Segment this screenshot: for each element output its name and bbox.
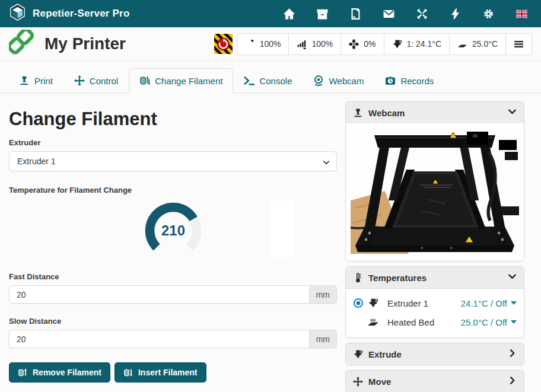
bed-temp-value: 25.0°C xyxy=(472,39,498,49)
move-panel-header[interactable]: Move xyxy=(346,371,524,392)
speed-value: 100% xyxy=(260,39,281,49)
chevron-right-icon xyxy=(508,349,517,359)
insert-filament-button[interactable]: Insert Filament xyxy=(114,362,206,383)
language-flag-icon[interactable] xyxy=(515,7,528,20)
section-heading: Change Filament xyxy=(9,109,337,130)
tab-label: Console xyxy=(259,76,292,86)
flow-icon xyxy=(297,39,307,49)
extrude-panel: Extrude xyxy=(345,343,524,365)
speed-runner-icon xyxy=(245,39,255,49)
button-label: Insert Filament xyxy=(138,368,198,377)
fullscreen-icon[interactable] xyxy=(415,7,428,20)
repetier-logo-icon xyxy=(9,4,26,24)
tab-label: Print xyxy=(34,76,53,86)
printer-menu-button[interactable] xyxy=(505,33,532,55)
tab-print[interactable]: Print xyxy=(8,68,63,93)
temperature-value-input[interactable] xyxy=(270,200,293,257)
tab-webcam[interactable]: Webcam xyxy=(303,68,374,93)
graph-select-radio-icon[interactable] xyxy=(353,298,364,308)
extruder-temp-badge[interactable]: 1: 24.1°C xyxy=(384,33,450,55)
slow-distance-input[interactable] xyxy=(9,330,310,348)
temperatures-panel: Temperatures xyxy=(345,266,524,338)
brand[interactable]: Repetier-Server Pro xyxy=(9,4,129,24)
page-title: My Printer xyxy=(44,34,126,53)
tab-control[interactable]: Control xyxy=(63,68,129,93)
panel-title: Temperatures xyxy=(368,273,427,283)
chevron-down-icon xyxy=(508,272,517,283)
fan-speed-badge[interactable]: 0% xyxy=(340,33,384,55)
speed-multiplier-badge[interactable]: 100% xyxy=(237,33,289,55)
power-bolt-icon[interactable] xyxy=(448,7,462,20)
heater-name: Extruder 1 xyxy=(387,298,428,308)
webcam-printer-image xyxy=(351,128,519,254)
printer-nozzle-icon xyxy=(353,108,363,118)
home-icon[interactable] xyxy=(282,7,295,20)
extruder-nozzle-icon xyxy=(392,39,402,49)
tab-console[interactable]: Console xyxy=(233,68,303,93)
extruder-temp-dropdown[interactable]: 24.1°C / Off xyxy=(461,298,517,308)
fast-distance-group: mm xyxy=(9,285,337,304)
move-panel: Move xyxy=(345,370,524,392)
messages-envelope-icon[interactable] xyxy=(382,7,395,20)
chevron-down-icon xyxy=(508,107,517,118)
temperature-row-extruder: Extruder 1 24.1°C / Off xyxy=(353,294,517,313)
settings-gear-icon[interactable] xyxy=(482,7,495,20)
webcam-panel: Webcam xyxy=(345,101,524,262)
temperature-row-bed: Heated Bed 25.0°C / Off xyxy=(353,313,517,332)
print-nozzle-icon xyxy=(19,75,30,86)
temperature-gauge-row: 210 xyxy=(9,199,337,265)
remove-filament-button[interactable]: Remove Filament xyxy=(9,362,110,383)
temperature-gauge[interactable]: 210 xyxy=(142,199,204,265)
top-navigation-bar: Repetier-Server Pro xyxy=(0,0,541,27)
tab-label: Webcam xyxy=(329,76,364,86)
tab-change-filament[interactable]: Change Filament xyxy=(129,68,233,93)
panel-title: Webcam xyxy=(368,108,405,118)
panel-title: Move xyxy=(368,377,391,387)
filament-down-icon xyxy=(123,368,133,377)
heater-name: Heated Bed xyxy=(387,317,434,327)
slow-distance-group: mm xyxy=(9,330,337,348)
fast-distance-input[interactable] xyxy=(9,285,310,304)
extruder-select[interactable]: Extruder 1 xyxy=(9,151,337,171)
slow-distance-unit: mm xyxy=(310,330,337,348)
flow-value: 100% xyxy=(311,39,333,49)
hamburger-menu-icon xyxy=(514,39,524,49)
fan-icon xyxy=(349,39,359,49)
extrude-panel-header[interactable]: Extrude xyxy=(346,343,524,365)
webcam-stream[interactable] xyxy=(346,123,524,261)
heated-bed-icon xyxy=(457,39,467,49)
printer-tabs: Print Control Change Filament Console xyxy=(0,61,541,93)
temperature-gauge-value: 210 xyxy=(161,222,185,238)
heated-bed-icon xyxy=(368,317,378,327)
button-label: Remove Filament xyxy=(33,368,101,377)
printer-status-bar: 100% 100% 0% xyxy=(214,33,532,55)
extruder-temp-value: 1: 24.1°C xyxy=(407,39,442,49)
slow-distance-label: Slow Distance xyxy=(9,317,337,326)
tab-label: Change Filament xyxy=(155,76,222,86)
bed-temp-badge[interactable]: 25.0°C xyxy=(449,33,506,55)
webcam-panel-header[interactable]: Webcam xyxy=(346,102,524,123)
panel-title: Extrude xyxy=(368,349,402,359)
bed-temp-dropdown[interactable]: 25.0°C / Off xyxy=(461,317,517,327)
manual-book-icon[interactable] xyxy=(349,7,362,20)
move-cross-icon xyxy=(74,75,85,86)
extruder-label: Extruder xyxy=(9,138,337,147)
heater-value: 24.1°C / Off xyxy=(461,298,507,308)
filament-up-icon xyxy=(18,368,27,377)
printers-box-icon[interactable] xyxy=(316,7,329,20)
heater-value: 25.0°C / Off xyxy=(461,317,507,327)
fan-value: 0% xyxy=(364,39,375,49)
filament-change-icon xyxy=(139,75,150,86)
emergency-stop-button[interactable] xyxy=(214,34,233,54)
caret-down-icon xyxy=(511,320,517,324)
temperatures-panel-header[interactable]: Temperatures xyxy=(346,267,524,288)
console-icon xyxy=(244,75,254,86)
brand-title: Repetier-Server Pro xyxy=(33,8,129,20)
extruder-nozzle-icon xyxy=(353,349,363,359)
tab-records[interactable]: Records xyxy=(374,68,444,93)
fast-distance-label: Fast Distance xyxy=(9,272,337,281)
flow-multiplier-badge[interactable]: 100% xyxy=(288,33,341,55)
content-area: Change Filament Extruder Extruder 1 Temp… xyxy=(0,93,541,392)
printer-header: My Printer 100% xyxy=(0,27,541,61)
move-cross-icon xyxy=(353,377,363,387)
